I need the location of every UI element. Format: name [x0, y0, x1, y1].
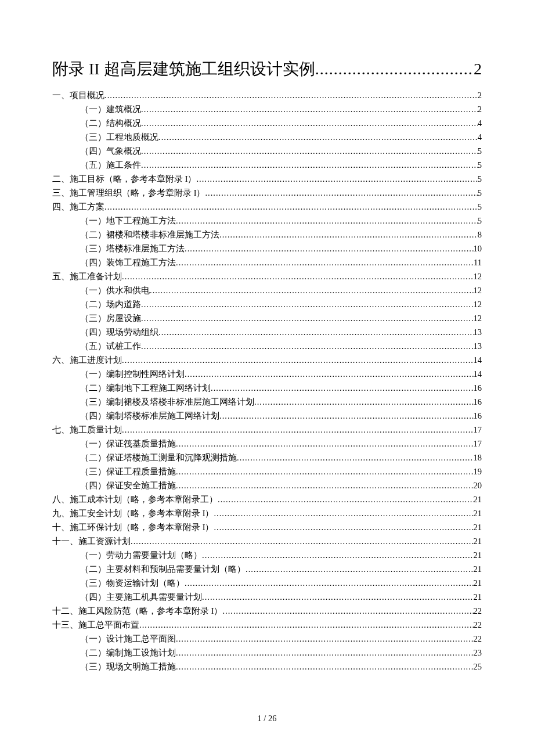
toc-row[interactable]: （一）编制控制性网络计划14 — [52, 367, 482, 381]
toc-row[interactable]: （四）装饰工程施工方法11 — [52, 255, 482, 269]
toc-page: 12 — [474, 269, 482, 283]
toc-row[interactable]: （二）结构概况4 — [52, 116, 482, 130]
toc-row[interactable]: （三）塔楼标准层施工方法10 — [52, 242, 482, 255]
leader-dots — [205, 186, 477, 200]
toc-label: 十一、施工资源计划 — [52, 534, 131, 548]
toc-page: 2 — [478, 102, 482, 116]
toc-row[interactable]: （一）劳动力需要量计划（略）21 — [52, 548, 482, 562]
toc-row[interactable]: （二）主要材料和预制品需要量计划（略）21 — [52, 562, 482, 576]
toc-row[interactable]: （一）供水和供电12 — [52, 283, 482, 297]
toc-row[interactable]: （四）气象概况5 — [52, 144, 482, 158]
main-title-label: 附录 II 超高层建筑施工组织设计实例 — [52, 58, 315, 80]
toc-row[interactable]: 三、施工管理组织（略，参考章附录 I）5 — [52, 186, 482, 200]
toc-label: （四）保证安全施工措施 — [80, 478, 176, 492]
toc-row[interactable]: （三）编制裙楼及塔楼非标准层施工网络计划16 — [52, 395, 482, 409]
toc-page: 5 — [478, 200, 482, 214]
toc-page: 13 — [474, 325, 482, 339]
toc-row[interactable]: （四）保证安全施工措施20 — [52, 478, 482, 492]
toc-row[interactable]: 十一、施工资源计划21 — [52, 534, 482, 548]
toc-page: 5 — [478, 144, 482, 158]
toc-row[interactable]: （三）现场文明施工措施25 — [52, 660, 482, 674]
toc-row[interactable]: 五、施工准备计划12 — [52, 269, 482, 283]
leader-dots — [176, 478, 474, 492]
toc-page: 2 — [478, 88, 482, 102]
toc-label: （四）气象概况 — [80, 144, 141, 158]
toc-page: 16 — [474, 381, 482, 395]
toc-label: （二）主要材料和预制品需要量计划（略） — [80, 562, 246, 576]
toc-label: （三）现场文明施工措施 — [80, 660, 176, 674]
toc-label: （一）地下工程施工方法 — [80, 214, 176, 228]
main-title-page: 2 — [474, 60, 482, 78]
toc-page: 16 — [474, 409, 482, 423]
toc-row[interactable]: 十二、施工风险防范（略，参考本章附录 I）22 — [52, 604, 482, 618]
toc-row[interactable]: （三）工程地质概况4 — [52, 130, 482, 144]
toc-row[interactable]: （四）编制塔楼标准层施工网络计划16 — [52, 409, 482, 423]
toc-page: 5 — [478, 214, 482, 228]
toc-row[interactable]: 六、施工进度计划14 — [52, 353, 482, 367]
toc-row[interactable]: （一）地下工程施工方法5 — [52, 214, 482, 228]
toc-row[interactable]: （四）主要施工机具需要量计划21 — [52, 590, 482, 604]
toc-row[interactable]: （三）物资运输计划（略）21 — [52, 576, 482, 590]
leader-dots — [131, 534, 474, 548]
toc-row[interactable]: （二）场内道路12 — [52, 297, 482, 311]
leader-dots — [237, 451, 474, 465]
toc-page: 17 — [474, 437, 482, 451]
toc-label: 三、施工管理组织（略，参考章附录 I） — [52, 186, 205, 200]
toc-row[interactable]: 二、施工目标（略，参考本章附录 I）5 — [52, 172, 482, 186]
toc-label: 八、施工成本计划（略，参考本章附录工） — [52, 492, 218, 506]
toc-label: （一）保证筏基质量措施 — [80, 437, 176, 451]
toc-label: 十三、施工总平面布置 — [52, 618, 139, 632]
toc-page: 12 — [474, 297, 482, 311]
leader-dots — [185, 367, 474, 381]
leader-dots — [214, 520, 473, 534]
toc-label: （三）编制裙楼及塔楼非标准层施工网络计划 — [80, 395, 254, 409]
leader-dots — [202, 548, 474, 562]
leader-dots — [150, 283, 474, 297]
toc-row[interactable]: （五）试桩工作13 — [52, 339, 482, 353]
leader-dots — [141, 339, 474, 353]
toc-row[interactable]: 十三、施工总平面布置22 — [52, 618, 482, 632]
toc-label: （四）现场劳动组织 — [80, 325, 158, 339]
toc-row[interactable]: （二）编制施工设施计划23 — [52, 646, 482, 660]
toc-row[interactable]: （一）设计施工总平面图22 — [52, 632, 482, 646]
toc-page: 12 — [474, 283, 482, 297]
leader-dots — [141, 144, 478, 158]
toc-page: 21 — [474, 492, 482, 506]
toc-label: 五、施工准备计划 — [52, 269, 122, 283]
leader-dots — [176, 632, 474, 646]
toc-label: （一）编制控制性网络计划 — [80, 367, 185, 381]
toc-row[interactable]: （二）保证塔楼施工测量和沉降观测措施18 — [52, 451, 482, 465]
toc-row[interactable]: 十、施工环保计划（略，参考本章附录 I）21 — [52, 520, 482, 534]
toc-row[interactable]: 八、施工成本计划（略，参考本章附录工）21 — [52, 492, 482, 506]
toc-row[interactable]: 一、项目概况2 — [52, 88, 482, 102]
toc-label: （一）供水和供电 — [80, 283, 150, 297]
toc-page: 21 — [474, 506, 482, 520]
toc-label: （二）裙楼和塔楼非标准层施工方法 — [80, 228, 219, 242]
toc-row[interactable]: （一）建筑概况2 — [52, 102, 482, 116]
leader-dots — [196, 172, 477, 186]
toc-page: 25 — [474, 660, 482, 674]
toc-row[interactable]: （二）编制地下工程施工网络计划16 — [52, 381, 482, 395]
toc-row[interactable]: （五）施工条件5 — [52, 158, 482, 172]
toc-page: 21 — [474, 520, 482, 534]
toc-row[interactable]: （四）现场劳动组织13 — [52, 325, 482, 339]
toc-page: 4 — [478, 130, 482, 144]
toc-page: 5 — [478, 172, 482, 186]
toc-page: 22 — [474, 618, 482, 632]
toc-row[interactable]: （三）保证工程质量措施19 — [52, 465, 482, 478]
leader-dots — [141, 158, 478, 172]
toc-page: 4 — [478, 116, 482, 130]
toc-page: 22 — [474, 632, 482, 646]
toc-row[interactable]: 七、施工质量计划17 — [52, 423, 482, 437]
toc-row[interactable]: （一）保证筏基质量措施17 — [52, 437, 482, 451]
toc-label: 十、施工环保计划（略，参考本章附录 I） — [52, 520, 214, 534]
leader-dots — [104, 200, 478, 214]
toc-label: （二）保证塔楼施工测量和沉降观测措施 — [80, 451, 237, 465]
toc-label: （二）场内道路 — [80, 297, 141, 311]
toc-row[interactable]: （三）房屋设施12 — [52, 311, 482, 325]
leader-dots — [122, 269, 474, 283]
toc-row[interactable]: 四、施工方案5 — [52, 200, 482, 214]
leader-dots — [218, 492, 474, 506]
toc-row[interactable]: 九、施工安全计划（略，参考本章附录 I）21 — [52, 506, 482, 520]
toc-row[interactable]: （二）裙楼和塔楼非标准层施工方法8 — [52, 228, 482, 242]
